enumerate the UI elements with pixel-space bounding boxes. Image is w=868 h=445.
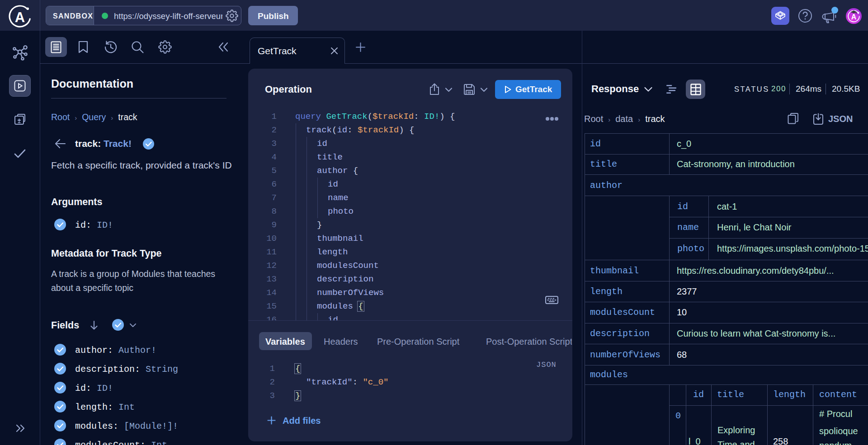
- svg-text:A: A: [851, 13, 857, 21]
- svg-text:A: A: [15, 9, 25, 25]
